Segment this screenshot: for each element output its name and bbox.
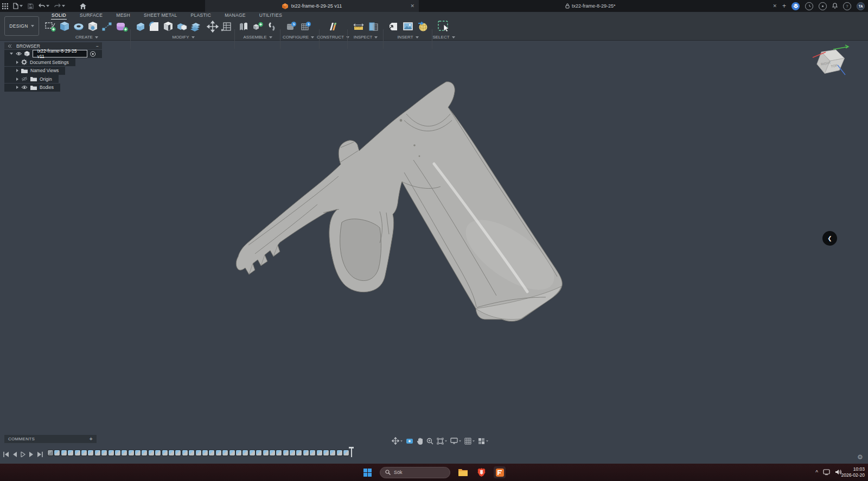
comments-bar[interactable]: COMMENTS + — [4, 435, 97, 443]
pan-icon[interactable] — [417, 438, 423, 445]
section-analysis-icon[interactable] — [367, 20, 380, 34]
file-menu-icon[interactable] — [13, 3, 23, 9]
timeline-feature-icon[interactable] — [108, 450, 114, 456]
extrude-icon[interactable] — [59, 20, 71, 34]
timeline-feature-icon[interactable] — [175, 450, 181, 456]
timeline-feature-icon[interactable] — [61, 450, 67, 456]
combine-icon[interactable] — [176, 20, 188, 34]
new-tab-icon[interactable]: + — [782, 2, 786, 10]
taskbar-clock[interactable]: 10:03 2026-02-20 — [841, 464, 865, 481]
timeline-feature-icon[interactable] — [330, 450, 335, 456]
undo-icon[interactable] — [39, 3, 49, 9]
ribbon-tab-manage[interactable]: MANAGE — [224, 12, 246, 19]
browser-item-named-views[interactable]: Named Views — [4, 67, 65, 75]
grid-and-snaps-icon[interactable] — [464, 438, 475, 445]
step-back-button[interactable] — [12, 450, 17, 459]
move-copy-icon[interactable] — [206, 20, 218, 34]
start-button[interactable] — [361, 466, 373, 478]
new-component-icon[interactable] — [237, 20, 250, 34]
tray-display-icon[interactable] — [823, 469, 830, 476]
timeline-feature-icon[interactable] — [209, 450, 214, 456]
add-comment-icon[interactable]: + — [90, 436, 93, 442]
measure-icon[interactable] — [352, 20, 365, 34]
timeline-feature-icon[interactable] — [343, 450, 349, 456]
fit-view-icon[interactable] — [437, 438, 447, 445]
search-input[interactable] — [394, 470, 443, 475]
ribbon-tab-utilities[interactable]: UTILITIES — [259, 12, 283, 19]
timeline-feature-icon[interactable] — [323, 450, 329, 456]
timeline-feature-icon[interactable] — [283, 450, 289, 456]
file-explorer-icon[interactable] — [457, 466, 469, 478]
expand-caret-icon[interactable] — [16, 61, 18, 64]
timeline-feature-icon[interactable] — [88, 450, 93, 456]
timeline-feature-icon[interactable] — [242, 450, 248, 456]
offset-face-icon[interactable] — [189, 20, 201, 34]
timeline-feature-icon[interactable] — [115, 450, 120, 456]
ribbon-tab-plastic[interactable]: PLASTIC — [190, 12, 212, 19]
visibility-eye-icon[interactable] — [21, 85, 28, 89]
insert-image-icon[interactable] — [401, 20, 414, 34]
timeline-feature-icon[interactable] — [135, 450, 141, 456]
joint-icon[interactable] — [266, 20, 278, 34]
expand-caret-icon[interactable] — [16, 78, 18, 81]
timeline-feature-icon[interactable] — [276, 450, 282, 456]
timeline-feature-icon[interactable] — [68, 450, 73, 456]
close-window-icon[interactable]: ✕ — [773, 3, 777, 9]
visibility-off-eye-icon[interactable] — [21, 76, 28, 81]
timeline-feature-icon[interactable] — [256, 450, 261, 456]
collapse-browser-icon[interactable]: − — [96, 43, 99, 49]
help-icon[interactable]: ? — [843, 2, 851, 10]
timeline-feature-icon[interactable] — [303, 450, 309, 456]
timeline-feature-icon[interactable] — [122, 450, 127, 456]
settings-gear-icon[interactable]: ⚙ — [857, 453, 863, 461]
two-point-rectangle-icon[interactable] — [100, 20, 113, 34]
notifications-bell-icon[interactable] — [832, 3, 838, 10]
component-pattern-icon[interactable] — [251, 20, 264, 34]
play-button[interactable] — [21, 450, 25, 459]
timeline-feature-icon[interactable] — [202, 450, 208, 456]
insert-derive-icon[interactable] — [387, 20, 400, 34]
timeline-feature-icon[interactable] — [149, 450, 154, 456]
app-menu-icon[interactable] — [2, 3, 8, 9]
go-to-start-button[interactable] — [3, 450, 9, 459]
configuration-icon[interactable] — [285, 20, 298, 34]
sync-status-icon[interactable] — [819, 2, 827, 10]
timeline-feature-icon[interactable] — [101, 450, 107, 456]
brave-browser-icon[interactable] — [475, 466, 487, 478]
collapse-panel-button[interactable]: ❮ — [822, 231, 837, 246]
job-status-icon[interactable] — [792, 2, 800, 10]
timeline-feature-icon[interactable] — [129, 450, 134, 456]
browser-root-item[interactable]: tx22-frame-8-29-25 v11 — [4, 50, 102, 58]
timeline-feature-icon[interactable] — [317, 450, 322, 456]
timeline-feature-icon[interactable] — [229, 450, 235, 456]
expand-caret-icon[interactable] — [16, 86, 18, 89]
activate-component-icon[interactable] — [90, 51, 95, 57]
timeline-feature-icon[interactable] — [337, 450, 342, 456]
timeline-feature-icon[interactable] — [54, 450, 60, 456]
taskbar-search[interactable] — [380, 467, 450, 478]
modify-dropdown[interactable]: MODIFY — [135, 35, 232, 40]
timeline-feature-icon[interactable] — [182, 450, 188, 456]
view-cube[interactable]: RIGHT TOP — [809, 41, 851, 80]
timeline-feature-icon[interactable] — [155, 450, 161, 456]
timeline-feature-icon[interactable] — [169, 450, 174, 456]
inspect-dropdown[interactable]: INSPECT — [350, 35, 381, 40]
timeline-feature-icon[interactable] — [270, 450, 275, 456]
home-icon[interactable] — [80, 3, 86, 9]
timeline-position-marker[interactable] — [349, 447, 354, 458]
browser-item-document-settings[interactable]: Document Settings — [4, 58, 75, 66]
timeline-feature-icon[interactable] — [189, 450, 194, 456]
redo-icon[interactable] — [54, 3, 65, 9]
browser-root-label[interactable]: tx22-frame-8-29-25 v11 — [33, 50, 87, 57]
change-parameters-icon[interactable] — [220, 20, 232, 34]
press-pull-icon[interactable] — [135, 20, 146, 34]
configuration-table-icon[interactable] — [299, 20, 312, 34]
step-forward-button[interactable] — [29, 450, 34, 459]
assemble-dropdown[interactable]: ASSEMBLE — [237, 35, 278, 40]
timeline-feature-icon[interactable] — [48, 450, 53, 456]
timeline-feature-icon[interactable] — [263, 450, 269, 456]
timeline-feature-icon[interactable] — [216, 450, 221, 456]
select-icon[interactable] — [437, 20, 450, 34]
timeline-feature-icon[interactable] — [310, 450, 315, 456]
display-settings-icon[interactable] — [450, 438, 461, 444]
